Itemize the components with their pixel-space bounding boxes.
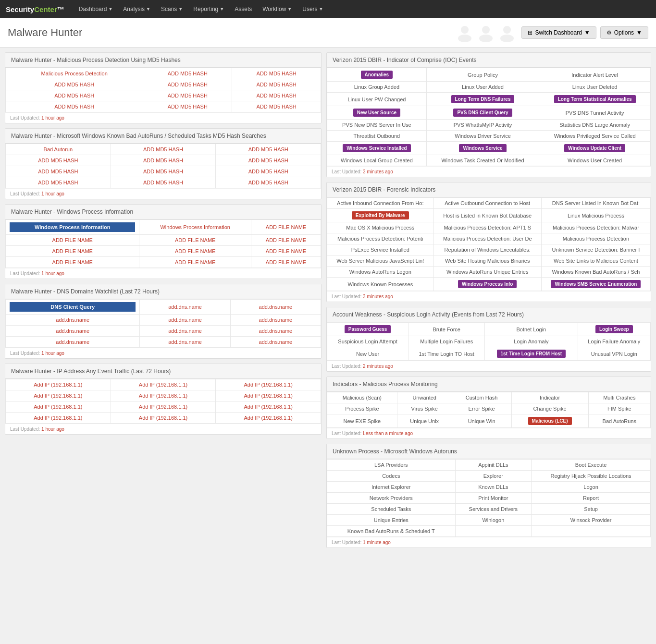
table-row: Windows Known ProcessesWindows Process I… <box>327 278 651 291</box>
badge-purple[interactable]: New User Source <box>353 109 400 117</box>
nav-workflow[interactable]: Workflow ▼ <box>258 3 297 15</box>
table-cell <box>455 526 532 537</box>
nav-dashboard[interactable]: Dashboard ▼ <box>74 3 118 15</box>
table-cell: Windows Process Information <box>139 220 251 235</box>
widget1-body: Malicious Process DetectionADD MD5 HASHA… <box>5 68 321 112</box>
table-cell: PVS WhatIsMyIP Activity <box>426 120 539 131</box>
table-row: Malicious Process Detection: PotentiMali… <box>327 233 651 244</box>
table-row: Linux Group AddedLinux User AddedLinux U… <box>327 82 651 93</box>
badge-purple[interactable]: Windows Service <box>459 144 506 152</box>
table-cell: Web Server Malicious JavaScript Lin! <box>327 255 433 267</box>
table-row: Add IP (192.168.1.1)Add IP (192.168.1.1)… <box>6 390 321 401</box>
table-cell: ADD MD5 HASH <box>143 90 232 101</box>
right1-body: AnomaliesGroup PolicyIndicator Alert Lev… <box>327 68 651 166</box>
table-cell: Anomalies <box>327 68 427 82</box>
widget4-body: DNS Client Queryadd.dns.nameadd.dns.name… <box>5 299 321 348</box>
table-cell: Add IP (192.168.1.1) <box>111 379 216 390</box>
table-cell: Login Sweep <box>578 323 650 336</box>
nav-scans[interactable]: Scans ▼ <box>156 3 187 15</box>
widget5-title: Malware Hunter - IP Address Any Event Tr… <box>5 364 321 379</box>
table-cell: Logon <box>532 482 651 493</box>
table-row: Password GuessBrute ForceBotnet LoginLog… <box>327 323 651 336</box>
badge-red[interactable]: Malicious (LCE) <box>528 417 572 425</box>
badge-purple[interactable]: Windows Process Info <box>458 280 517 288</box>
table-cell: New User <box>327 347 408 361</box>
table-row: Windows Local Group CreatedWindows Task … <box>327 155 651 166</box>
table-row: Unique EntriesWinlogonWinsock Provider <box>327 515 651 526</box>
table-cell: Unknown Service Detection: Banner I <box>541 244 650 255</box>
badge-purple[interactable]: 1st Time Login FROM Host <box>497 350 566 358</box>
table-cell: ADD MD5 HASH <box>6 155 111 166</box>
table-cell: ADD FILE NAME <box>251 235 321 246</box>
nav-analysis[interactable]: Analysis ▼ <box>118 3 155 15</box>
badge-purple[interactable]: PVS DNS Client Query <box>453 109 512 117</box>
table-cell: Windows Process Information <box>6 220 139 235</box>
widget2-body: Bad AutorunADD MD5 HASHADD MD5 HASHADD M… <box>5 144 321 188</box>
nav-assets[interactable]: Assets <box>230 3 257 15</box>
badge-purple[interactable]: Windows SMB Service Enumeration <box>551 280 641 288</box>
table-row: Suspicious Login AttemptMultiple Login F… <box>327 336 651 347</box>
blue-badge[interactable]: DNS Client Query <box>10 302 136 312</box>
table-cell: Add IP (192.168.1.1) <box>111 401 216 413</box>
badge-purple[interactable]: Anomalies <box>361 71 393 79</box>
badge-purple[interactable]: Login Sweep <box>595 325 633 333</box>
switch-dashboard-button[interactable]: ⊞ Switch Dashboard ▼ <box>521 26 596 39</box>
table-cell: Add IP (192.168.1.1) <box>6 401 111 413</box>
dropdown-arrow-icon: ▼ <box>584 29 590 36</box>
right3-body: Password GuessBrute ForceBotnet LoginLog… <box>327 322 651 361</box>
table-cell: 1st Time Login FROM Host <box>485 347 578 361</box>
table-cell: Web Site Hosting Malicious Binaries <box>433 255 541 267</box>
table-row: Add IP (192.168.1.1)Add IP (192.168.1.1)… <box>6 401 321 413</box>
badge-purple[interactable]: Password Guess <box>345 325 391 333</box>
table-cell: Malicious Process Detection <box>541 233 650 244</box>
widget-windows-process: Malware Hunter - Windows Process Informa… <box>5 204 322 279</box>
table-cell: add.dns.name <box>6 326 140 337</box>
table-cell: Suspicious Login Attempt <box>327 336 408 347</box>
widget5-footer: Last Updated: 1 hour ago <box>5 424 321 434</box>
table-cell: add.dns.name <box>6 315 140 326</box>
badge-purple[interactable]: Windows Service Installed <box>343 144 411 152</box>
table-cell: ADD MD5 HASH <box>232 68 321 79</box>
table-cell: Windows AutoRuns Unique Entries <box>433 267 541 278</box>
widget2-time: 1 hour ago <box>41 191 64 196</box>
nav-reporting[interactable]: Reporting ▼ <box>188 3 229 15</box>
nav-users[interactable]: Users ▼ <box>297 3 328 15</box>
table-cell: Linux User Deleted <box>539 82 651 93</box>
blue-badge[interactable]: Windows Process Information <box>10 222 135 232</box>
table-cell: ADD MD5 HASH <box>143 68 232 79</box>
table-cell: Windows User Created <box>539 155 651 166</box>
table-cell: Windows Process Info <box>433 278 541 291</box>
table-cell: Windows Service Installed <box>327 142 427 155</box>
badge-purple[interactable]: Long Term Statistical Anomalies <box>554 95 636 103</box>
table-cell: ADD MD5 HASH <box>6 166 111 177</box>
table-cell: Bad Autorun <box>6 144 111 155</box>
badge-red[interactable]: Exploited By Malware <box>352 211 409 219</box>
table-row: LSA ProvidersAppinit DLLsBoot Execute <box>327 460 651 471</box>
right2-time: 3 minutes ago <box>363 294 393 299</box>
table-row: add.dns.nameadd.dns.nameadd.dns.name <box>6 326 321 337</box>
table-cell: New User Source <box>327 106 427 120</box>
badge-purple[interactable]: Windows Update Client <box>564 144 625 152</box>
table-cell: Unique Entries <box>327 515 455 526</box>
brand-logo[interactable]: SecurityCenter™ <box>6 5 64 13</box>
table-cell: Windows Service <box>426 142 539 155</box>
table-cell: Codecs <box>327 471 455 482</box>
right2-footer: Last Updated: 3 minutes ago <box>327 291 651 302</box>
table-cell: Windows SMB Service Enumeration <box>541 278 650 291</box>
table-cell: New EXE Spike <box>327 414 397 428</box>
main-content: Malware Hunter - Malicious Process Detec… <box>0 48 656 553</box>
badge-purple[interactable]: Long Term DNS Failures <box>451 95 515 103</box>
options-button[interactable]: ⚙ Options ▼ <box>600 26 648 39</box>
table-cell: Web Site Links to Malicious Content <box>541 255 650 267</box>
table-row: Mac OS X Malicious ProcessMalicious Proc… <box>327 222 651 233</box>
table-cell: add.dns.name <box>6 337 140 348</box>
widget5-time: 1 hour ago <box>41 426 64 432</box>
right2-title: Verizon 2015 DBIR - Forensic Indicators <box>327 182 651 197</box>
table-cell: ADD MD5 HASH <box>111 177 216 188</box>
right4-body: Malicious (Scan)UnwantedCustom HashIndic… <box>327 392 651 428</box>
table-cell: Unusual VPN Login <box>578 347 650 361</box>
table-row: ADD MD5 HASHADD MD5 HASHADD MD5 HASH <box>6 166 321 177</box>
right-column: Verizon 2015 DBIR - Indicator of Compris… <box>326 52 651 548</box>
table-cell: Brute Force <box>408 323 485 336</box>
right5-footer: Last Updated: 1 minute ago <box>327 537 651 547</box>
